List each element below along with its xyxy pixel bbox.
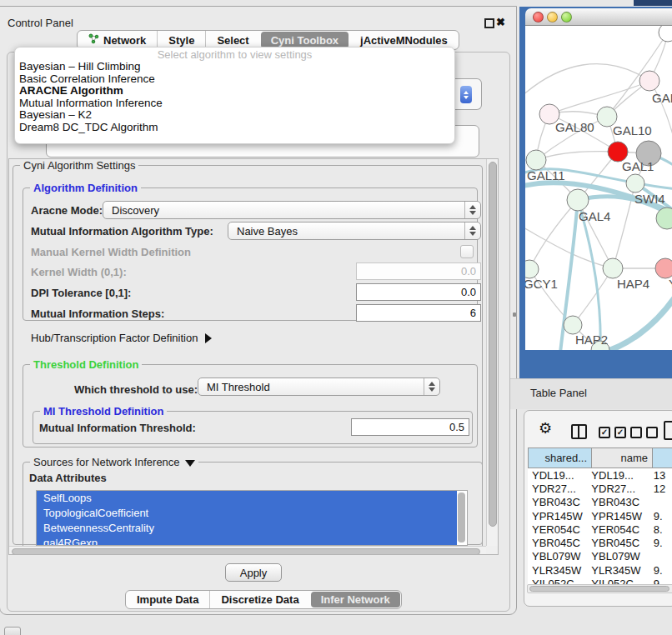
settings-vertical-scrollbar[interactable] — [486, 159, 499, 546]
algorithm-option[interactable]: Bayesian – K2 — [15, 109, 454, 122]
document-icon[interactable] — [664, 421, 672, 440]
table-cell: 8. — [650, 523, 672, 536]
algorithm-dropdown: Select algorithm to view settings Bayesi… — [14, 47, 455, 144]
network-node[interactable] — [603, 258, 623, 278]
table-row[interactable]: YBL079WYBL079W — [528, 550, 672, 563]
network-edge — [525, 226, 613, 268]
combobox-stepper-icon[interactable] — [460, 86, 472, 103]
attribute-item[interactable]: gal4RGexp — [37, 536, 457, 546]
list-scrollbar-thumb[interactable] — [458, 492, 465, 542]
settings-gear-icon[interactable]: ⚙ — [539, 421, 552, 436]
float-window-icon[interactable] — [484, 18, 494, 28]
network-node[interactable] — [567, 189, 589, 211]
tab-discretize-data[interactable]: Discretize Data — [209, 591, 309, 608]
kernel-width-input[interactable]: 0.0 — [356, 262, 481, 280]
apply-button[interactable]: Apply — [225, 563, 282, 582]
attribute-item[interactable]: BetweennessCentrality — [37, 521, 457, 536]
dpi-tolerance-input[interactable]: 0.0 — [356, 283, 481, 301]
table-cell: 9. — [650, 537, 672, 549]
manual-kernel-width-checkbox[interactable] — [460, 245, 474, 258]
network-node[interactable] — [659, 26, 672, 42]
algorithm-option[interactable]: Dream8 DC_TDC Algorithm — [15, 122, 454, 134]
network-node[interactable] — [656, 208, 672, 229]
algorithm-option[interactable]: Mutual Information Inference — [15, 98, 454, 110]
table-cell: YBR045C — [590, 537, 649, 549]
network-edge-highlighted — [602, 294, 672, 350]
settings-scrollpane: Cyni Algorithm Settings Algorithm Defini… — [8, 158, 499, 555]
stepper-icon[interactable] — [464, 202, 480, 218]
column-header-name[interactable]: name — [592, 448, 653, 468]
zoom-traffic-light-icon[interactable] — [561, 12, 572, 22]
tab-impute-data[interactable]: Impute Data — [126, 591, 209, 608]
table-row[interactable]: YIL052CYIL052C9 — [528, 577, 672, 584]
close-traffic-light-icon[interactable] — [533, 12, 544, 22]
tab-infer-network[interactable]: Infer Network — [311, 592, 400, 608]
which-threshold-combobox[interactable]: MI Threshold — [198, 378, 440, 396]
table-scrollbar-thumb[interactable] — [529, 586, 669, 592]
network-edge — [549, 81, 649, 114]
table-cell: YBR043C — [590, 496, 649, 508]
algorithm-combobox-partial[interactable] — [455, 78, 482, 110]
network-graph: GALGAL80GAL10GAL1GAL11SWI4GAL4GCY1HAP4YH… — [525, 26, 672, 350]
table-row[interactable]: YPR145WYPR145W9. — [528, 509, 672, 522]
mi-algorithm-type-combobox[interactable]: Naive Bayes — [228, 222, 481, 240]
horizontal-scrollbar-thumb[interactable] — [12, 548, 480, 555]
which-threshold-label: Which threshold to use: — [74, 383, 198, 396]
algorithm-option[interactable]: Basic Correlation Inference — [15, 73, 454, 86]
network-canvas[interactable]: GALGAL80GAL10GAL1GAL11SWI4GAL4GCY1HAP4YH… — [525, 26, 672, 350]
tab-label: Cyni Toolbox — [271, 34, 339, 47]
column-header-partial[interactable] — [653, 448, 672, 468]
mi-threshold-input[interactable]: 0.5 — [351, 418, 469, 436]
network-node[interactable] — [564, 316, 582, 334]
collapsed-panel-button[interactable] — [4, 627, 21, 635]
collapsed-arrow-icon — [205, 333, 212, 343]
mi-steps-value: 6 — [470, 307, 476, 319]
network-node[interactable] — [655, 258, 672, 278]
table-cell: YDL19... — [528, 469, 590, 482]
network-window-titlebar[interactable] — [525, 8, 672, 26]
panel-divider-handle[interactable] — [513, 312, 516, 317]
table-cell: YDR27... — [590, 482, 649, 495]
table-cell: YLR345W — [528, 564, 590, 577]
select-checkboxes-icon[interactable]: ✓✓ — [599, 427, 626, 438]
node-label: HAP4 — [617, 277, 649, 291]
deselect-checkboxes-icon[interactable] — [630, 427, 658, 438]
algorithm-option[interactable]: Bayesian – Hill Climbing — [15, 61, 454, 73]
table-row[interactable]: YBR045CYBR045C9. — [528, 536, 672, 549]
split-columns-icon[interactable] — [571, 424, 587, 439]
table-row[interactable]: YER054CYER054C8. — [528, 522, 672, 536]
hub-definition-label: Hub/Transcription Factor Definition — [31, 332, 198, 344]
stepper-icon[interactable] — [464, 222, 480, 239]
minimize-traffic-light-icon[interactable] — [547, 12, 558, 22]
network-node[interactable] — [526, 150, 546, 170]
network-node[interactable] — [525, 260, 539, 278]
scrollbar-corner — [486, 546, 499, 555]
vertical-scrollbar-thumb[interactable] — [489, 162, 497, 527]
sources-group-title[interactable]: Sources for Network Inference — [30, 456, 198, 468]
aracne-mode-combobox[interactable]: Discovery — [103, 201, 481, 219]
attribute-item[interactable]: TopologicalCoefficient — [37, 506, 457, 521]
table-row[interactable]: YLR345WYLR345W9. — [528, 563, 672, 577]
algorithm-definition-title: Algorithm Definition — [30, 182, 141, 194]
algorithm-option[interactable]: ARACNE Algorithm — [15, 85, 454, 98]
table-horizontal-scrollbar[interactable] — [527, 584, 672, 593]
network-node[interactable] — [639, 71, 659, 91]
algorithm-dropdown-placeholder: Select algorithm to view settings — [15, 48, 454, 61]
attribute-item[interactable]: SelfLoops — [37, 491, 457, 506]
node-label: GAL11 — [527, 168, 565, 182]
column-header-shared...[interactable]: shared... — [528, 448, 592, 468]
node-label: GCY1 — [525, 277, 558, 291]
network-node[interactable] — [626, 174, 644, 192]
settings-horizontal-scrollbar[interactable] — [9, 546, 486, 555]
table-row[interactable]: YDR27...YDR27...12 — [528, 482, 672, 495]
tab-cyni-toolbox[interactable]: Cyni Toolbox — [261, 32, 349, 48]
table-row[interactable]: YBR043CYBR043C — [528, 496, 672, 509]
mi-algorithm-type-label: Mutual Information Algorithm Type: — [31, 225, 213, 238]
mi-steps-input[interactable]: 6 — [356, 304, 481, 322]
close-panel-icon[interactable]: ✖ — [496, 16, 505, 28]
data-attributes-list[interactable]: SelfLoopsTopologicalCoefficientBetweenne… — [36, 490, 468, 546]
hub-definition-toggle[interactable]: Hub/Transcription Factor Definition — [31, 332, 212, 344]
stepper-icon[interactable] — [424, 378, 439, 395]
table-row[interactable]: YDL19...YDL19...13 — [528, 468, 672, 482]
network-edge — [536, 152, 618, 160]
